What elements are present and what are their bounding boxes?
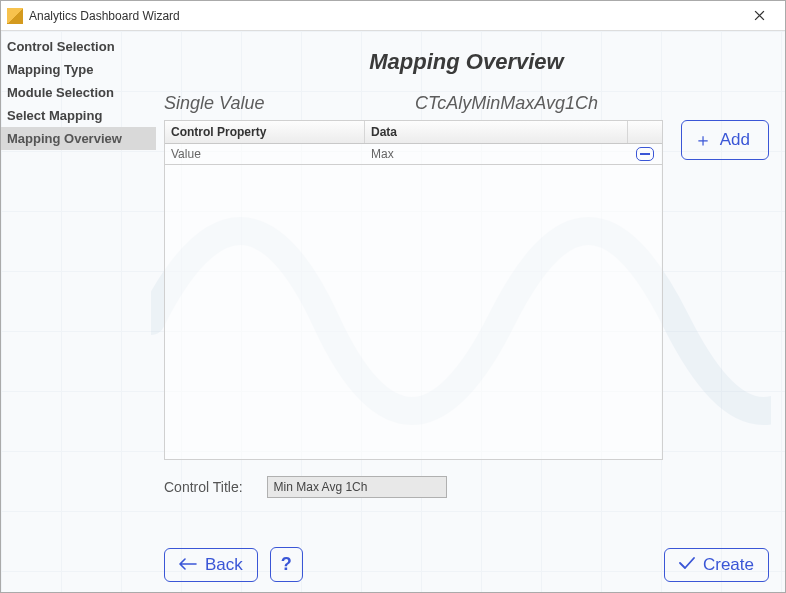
subhead-right: CTcAlyMinMaxAvg1Ch: [364, 93, 769, 114]
window-title: Analytics Dashboard Wizard: [29, 9, 739, 23]
back-button-label: Back: [205, 555, 243, 575]
sidebar-item-control-selection[interactable]: Control Selection: [1, 35, 156, 58]
close-button[interactable]: [739, 2, 779, 30]
svg-rect-0: [640, 153, 650, 155]
sidebar-item-label: Select Mapping: [7, 108, 102, 123]
control-title-input[interactable]: [267, 476, 447, 498]
sidebar-item-mapping-type[interactable]: Mapping Type: [1, 58, 156, 81]
sidebar-item-label: Control Selection: [7, 39, 115, 54]
col-actions: [628, 121, 662, 143]
create-button-label: Create: [703, 555, 754, 575]
sidebar-item-label: Mapping Type: [7, 62, 93, 77]
add-button[interactable]: ＋ Add: [681, 120, 769, 160]
help-button-label: ?: [281, 554, 292, 575]
main: Mapping Overview Single Value CTcAlyMinM…: [156, 31, 785, 592]
app-icon: [7, 8, 23, 24]
add-button-label: Add: [720, 130, 750, 150]
plus-icon: ＋: [694, 128, 712, 152]
sidebar: Control Selection Mapping Type Module Se…: [1, 31, 156, 592]
page-title: Mapping Overview: [164, 49, 769, 75]
check-icon: [679, 555, 695, 575]
back-button[interactable]: Back: [164, 548, 258, 582]
titlebar: Analytics Dashboard Wizard: [1, 1, 785, 31]
table-row[interactable]: Value Max: [165, 144, 662, 165]
control-title-row: Control Title:: [164, 476, 769, 498]
arrow-left-icon: [179, 555, 197, 575]
cell-control-property: Value: [165, 144, 365, 164]
cell-data: Max: [365, 144, 628, 164]
subhead-left: Single Value: [164, 93, 364, 114]
table-header: Control Property Data: [165, 121, 662, 144]
sidebar-item-select-mapping[interactable]: Select Mapping: [1, 104, 156, 127]
table-area: Control Property Data Value Max: [164, 120, 769, 460]
col-data: Data: [365, 121, 628, 143]
create-button[interactable]: Create: [664, 548, 769, 582]
sidebar-item-label: Mapping Overview: [7, 131, 122, 146]
subhead: Single Value CTcAlyMinMaxAvg1Ch: [164, 93, 769, 114]
mapping-table: Control Property Data Value Max: [164, 120, 663, 460]
sidebar-item-label: Module Selection: [7, 85, 114, 100]
control-title-label: Control Title:: [164, 479, 243, 495]
body: Control Selection Mapping Type Module Se…: [1, 31, 785, 592]
sidebar-item-mapping-overview[interactable]: Mapping Overview: [1, 127, 156, 150]
sidebar-item-module-selection[interactable]: Module Selection: [1, 81, 156, 104]
window: Analytics Dashboard Wizard Control Selec…: [0, 0, 786, 593]
help-button[interactable]: ?: [270, 547, 303, 582]
footer: Back ? Create: [164, 547, 769, 582]
col-control-property: Control Property: [165, 121, 365, 143]
remove-row-button[interactable]: [636, 147, 654, 161]
